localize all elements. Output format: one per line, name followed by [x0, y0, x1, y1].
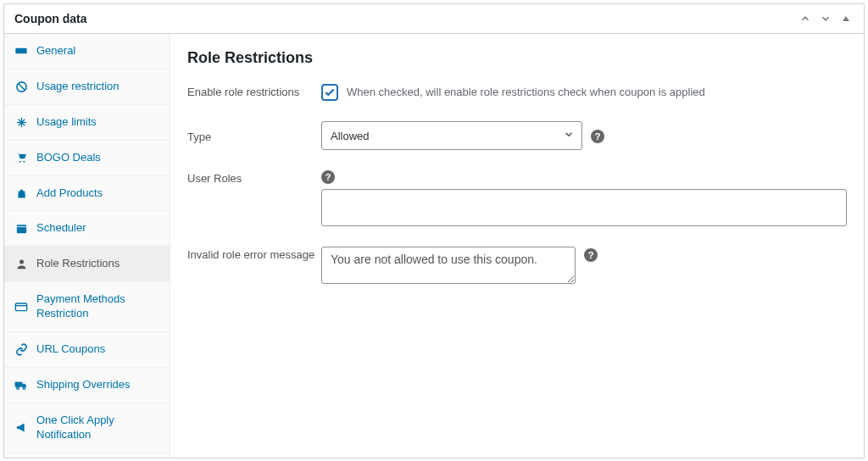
- panel-title: Coupon data: [14, 12, 87, 25]
- svg-point-8: [23, 161, 25, 163]
- sidebar-item-label: Role Restrictions: [36, 257, 120, 271]
- svg-rect-9: [16, 225, 25, 234]
- sidebar-item-label: URL Coupons: [36, 342, 105, 357]
- svg-line-2: [18, 83, 25, 90]
- sidebar-item-label: Add Products: [36, 186, 103, 201]
- enable-help-text: When checked, will enable role restricti…: [347, 84, 705, 101]
- sidebar-item-role-restrictions[interactable]: Role Restrictions: [4, 247, 170, 282]
- svg-point-11: [19, 260, 24, 264]
- cart-icon: [14, 151, 28, 164]
- page-title: Role Restrictions: [187, 49, 847, 67]
- svg-point-15: [17, 387, 19, 390]
- chevron-down-icon: [563, 129, 575, 143]
- sidebar-item-label: General: [36, 44, 75, 58]
- sidebar-item-usage-limits[interactable]: Usage limits: [4, 105, 170, 141]
- field-type: Type Allowed ?: [187, 121, 847, 150]
- field-error-message: Invalid role error message ?: [187, 247, 847, 284]
- panel-move-down-icon[interactable]: [818, 11, 833, 26]
- enable-label: Enable role restrictions: [187, 84, 321, 98]
- type-help-icon[interactable]: ?: [591, 130, 604, 143]
- truck-icon: [14, 378, 28, 392]
- enable-checkbox[interactable]: [321, 84, 338, 101]
- user-roles-help-icon[interactable]: ?: [321, 170, 335, 184]
- type-select[interactable]: Allowed: [321, 121, 582, 150]
- card-icon: [14, 300, 28, 314]
- panel-body: General Usage restriction Usage limits B…: [4, 34, 864, 458]
- svg-point-7: [19, 161, 21, 163]
- main-content: Role Restrictions Enable role restrictio…: [170, 34, 864, 458]
- field-enable-restrictions: Enable role restrictions When checked, w…: [187, 84, 847, 101]
- svg-rect-12: [15, 303, 26, 311]
- link-icon: [14, 342, 28, 356]
- user-roles-input[interactable]: [321, 189, 847, 226]
- svg-point-16: [23, 387, 25, 390]
- sidebar-item-payment-methods[interactable]: Payment Methods Restriction: [4, 282, 170, 332]
- sidebar-item-label: Payment Methods Restriction: [36, 292, 159, 321]
- sidebar-item-shipping-overrides[interactable]: Shipping Overrides: [4, 368, 170, 403]
- type-label: Type: [187, 129, 321, 143]
- sidebar-item-scheduler[interactable]: Scheduler: [4, 211, 170, 247]
- ticket-icon: [14, 44, 28, 58]
- bag-icon: [14, 186, 28, 200]
- sidebar-item-label: Usage restriction: [36, 80, 120, 94]
- megaphone-icon: [14, 421, 28, 435]
- sidebar-item-general[interactable]: General: [4, 34, 170, 69]
- adjust-icon: [14, 115, 28, 129]
- sidebar-item-bogo-deals[interactable]: BOGO Deals: [4, 141, 170, 176]
- panel-header: Coupon data: [4, 4, 864, 34]
- error-message-label: Invalid role error message: [187, 247, 321, 261]
- sidebar-item-label: BOGO Deals: [36, 151, 101, 165]
- user-icon: [14, 258, 28, 271]
- sidebar-item-label: Usage limits: [36, 115, 97, 130]
- sidebar-item-label: Shipping Overrides: [36, 378, 131, 392]
- error-message-textarea[interactable]: [321, 247, 576, 284]
- coupon-data-panel: Coupon data General Usage restrict: [3, 3, 865, 458]
- svg-marker-0: [843, 16, 849, 21]
- panel-move-up-icon[interactable]: [798, 11, 813, 26]
- panel-toggle-icon[interactable]: [838, 11, 854, 26]
- sidebar-item-one-click-apply[interactable]: One Click Apply Notification: [4, 403, 170, 453]
- ban-icon: [14, 80, 28, 93]
- sidebar-item-label: Scheduler: [36, 221, 86, 236]
- error-message-help-icon[interactable]: ?: [584, 248, 598, 262]
- sidebar-item-add-products[interactable]: Add Products: [4, 176, 170, 212]
- svg-rect-14: [15, 382, 23, 387]
- user-roles-label: User Roles: [187, 170, 321, 185]
- sidebar-item-label: One Click Apply Notification: [36, 414, 159, 442]
- sidebar-item-url-coupons[interactable]: URL Coupons: [4, 332, 170, 368]
- calendar-icon: [14, 222, 28, 236]
- type-select-value: Allowed: [331, 130, 370, 142]
- field-user-roles: User Roles ?: [187, 170, 847, 226]
- sidebar: General Usage restriction Usage limits B…: [4, 34, 170, 458]
- sidebar-item-usage-restriction[interactable]: Usage restriction: [4, 69, 170, 105]
